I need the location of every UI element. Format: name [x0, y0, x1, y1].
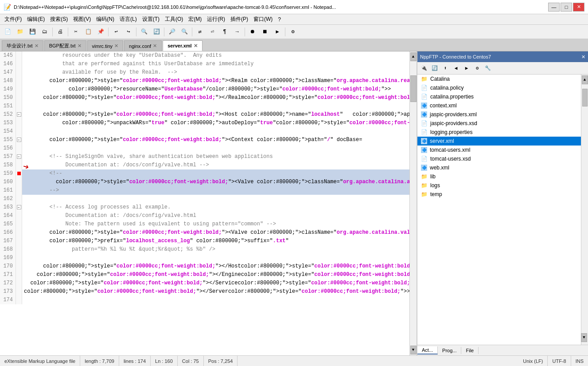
code-content[interactable]: Note: The pattern used is equivalent to …	[22, 220, 409, 228]
code-content[interactable]: color:#800000;">style="color:#0000cc;fon…	[22, 271, 409, 279]
menu-tools[interactable]: 工具(O)	[162, 15, 186, 24]
tab-close-icon[interactable]: ✕	[78, 43, 82, 49]
code-content[interactable]: color:#800000;">style="color:#0000cc;fon…	[22, 136, 409, 144]
new-button[interactable]: 📄	[2, 26, 13, 38]
maximize-button[interactable]: □	[561, 3, 572, 12]
tab-vimrc[interactable]: vimrc.tiny ✕	[87, 40, 123, 51]
ftp-file-item[interactable]: 🔷server.xml	[417, 137, 581, 146]
menu-file[interactable]: 文件(F)	[2, 15, 24, 24]
menu-edit[interactable]: 编辑(E)	[24, 15, 47, 24]
ftp-file-item[interactable]: 📄logging.properties	[417, 128, 581, 137]
ftp-file-item[interactable]: 📁logs	[417, 181, 581, 190]
code-content[interactable]	[22, 195, 409, 203]
tab-nginx[interactable]: nginx.conf ✕	[124, 40, 162, 51]
undo-button[interactable]: ↩	[110, 26, 122, 38]
ftp-tab-activity[interactable]: Act...	[417, 346, 438, 354]
copy-button[interactable]: 📋	[82, 26, 94, 38]
code-content[interactable]: color:#800000;">style="color:#0000cc;fon…	[22, 178, 409, 186]
tab-close-icon[interactable]: ✕	[35, 43, 39, 49]
code-content[interactable]: color:#800000;">prefix="localhost_access…	[22, 237, 409, 245]
code-content[interactable]: -->	[22, 186, 409, 195]
play-macro-button[interactable]: ▶	[272, 26, 283, 38]
vertical-scrollbar[interactable]: ▲ ▼	[409, 51, 417, 355]
code-content[interactable]: color:#800000;">style="color:#0000cc;fon…	[22, 94, 409, 102]
menu-plugins[interactable]: 插件(P)	[228, 15, 251, 24]
menu-run[interactable]: 运行(R)	[204, 15, 228, 24]
ftp-refresh-btn[interactable]: 🔄	[430, 63, 440, 73]
menu-settings[interactable]: 设置(T)	[140, 15, 162, 24]
paste-button[interactable]: 📌	[95, 26, 106, 38]
save-button[interactable]: 💾	[27, 26, 38, 38]
menu-view[interactable]: 视图(V)	[70, 15, 93, 24]
ftp-connect-btn[interactable]: 🔌	[419, 63, 429, 73]
ftp-file-item[interactable]: 📁temp	[417, 190, 581, 199]
extra-btn[interactable]: ⚙	[287, 26, 299, 38]
sync-button[interactable]: ⇄	[194, 26, 206, 38]
stop-macro-button[interactable]: ⏹	[259, 26, 271, 38]
all-chars-button[interactable]: ¶	[219, 26, 230, 38]
ftp-tab-file[interactable]: File	[461, 347, 479, 354]
cut-button[interactable]: ✂	[70, 26, 82, 38]
menu-search[interactable]: 搜索(S)	[47, 15, 70, 24]
menu-language[interactable]: 语言(L)	[117, 15, 140, 24]
tab-bgp[interactable]: BGP配置.txt ✕	[44, 40, 86, 51]
close-button[interactable]: ✕	[573, 3, 584, 12]
redo-button[interactable]: ↪	[123, 26, 134, 38]
ftp-file-item[interactable]: 📄jaspic-providers.xsd	[417, 119, 581, 128]
indent-button[interactable]: →	[231, 26, 243, 38]
ftp-forward-btn[interactable]: ▶	[462, 63, 471, 73]
code-content[interactable]	[22, 102, 409, 110]
code-content[interactable]: Documentation at: /docs/config/valve.htm…	[22, 161, 409, 169]
menu-macro[interactable]: 宏(M)	[186, 15, 204, 24]
ftp-file-item[interactable]: 📁Catalina	[417, 75, 581, 83]
code-content[interactable]: color:#800000;">style="color:#0000cc;fon…	[22, 287, 409, 296]
code-content[interactable]: Documentation at: /docs/config/valve.htm…	[22, 212, 409, 220]
ftp-file-item[interactable]: 📄catalina.policy	[417, 83, 581, 92]
code-content[interactable]: pattern="%h %l %u %t &quot;%r&quot; %s %…	[22, 245, 409, 254]
code-content[interactable]: color:#800000;">style="color:#0000cc;fon…	[22, 110, 409, 119]
open-button[interactable]: 📁	[14, 26, 26, 38]
code-content[interactable]: color:#800000;">resourceName="UserDataba…	[22, 85, 409, 94]
code-content[interactable]: that are performed against this UserData…	[22, 60, 409, 68]
ftp-settings-btn[interactable]: ⚙	[472, 63, 482, 73]
ftp-file-item[interactable]: 🔷tomcat-users.xml	[417, 146, 581, 154]
ftp-tab-progress[interactable]: Prog...	[438, 347, 461, 354]
ftp-back-btn[interactable]: ◀	[451, 63, 461, 73]
code-content[interactable]	[22, 144, 409, 153]
code-content[interactable]: color:#800000;">style="color:#0000cc;fon…	[22, 228, 409, 237]
replace-button[interactable]: 🔄	[151, 26, 162, 38]
code-content[interactable]	[22, 296, 409, 304]
ftp-gear-btn[interactable]: 🔧	[483, 63, 493, 73]
code-content[interactable]: color:#800000;">style="color:#0000cc;fon…	[22, 77, 409, 85]
tab-close-icon[interactable]: ✕	[153, 43, 157, 49]
code-content[interactable]: color:#800000;">style="color:#0000cc;fon…	[22, 262, 409, 271]
zoom-out-button[interactable]: 🔍	[179, 26, 190, 38]
ftp-file-item[interactable]: 🔷web.xml	[417, 163, 581, 172]
menu-help[interactable]: ?	[275, 16, 284, 24]
ftp-file-item[interactable]: 📄catalina.properties	[417, 92, 581, 101]
code-content[interactable]	[22, 254, 409, 262]
ftp-file-item[interactable]: 📄tomcat-users.xsd	[417, 154, 581, 163]
find-button[interactable]: 🔍	[138, 26, 150, 38]
ftp-close-icon[interactable]: ✕	[581, 54, 585, 60]
menu-window[interactable]: 窗口(W)	[251, 15, 275, 24]
tab-server-xml[interactable]: server.xml ✕	[163, 40, 202, 51]
code-content[interactable]: color:#800000;">style="color:#0000cc;fon…	[22, 279, 409, 287]
code-content[interactable]: color:#800000;">unpackWARs="true" color:…	[22, 119, 409, 127]
ftp-file-item[interactable]: 🔷jaspic-providers.xml	[417, 110, 581, 119]
ftp-up-btn[interactable]: ⬆	[440, 63, 450, 73]
code-content[interactable]: available for use by the Realm. -->	[22, 68, 409, 77]
code-content[interactable]: resources under the key "UserDatabase". …	[22, 51, 409, 60]
ftp-file-item[interactable]: 📁lib	[417, 172, 581, 181]
scrollbar-thumb[interactable]	[410, 75, 417, 102]
save-all-button[interactable]: 🗂	[39, 26, 51, 38]
code-content[interactable]	[22, 127, 409, 136]
zoom-in-button[interactable]: 🔎	[166, 26, 178, 38]
tab-biyesheji[interactable]: 毕业设计.txt ✕	[2, 40, 43, 51]
wrap-button[interactable]: ⏎	[206, 26, 218, 38]
tab-close-icon[interactable]: ✕	[194, 43, 198, 49]
ftp-file-item[interactable]: 🔷context.xml	[417, 101, 581, 110]
record-macro-button[interactable]: ⏺	[247, 26, 258, 38]
ftp-scrollbar[interactable]: ▲ ▼	[581, 75, 588, 345]
code-content[interactable]: <!-- SingleSignOn valve, share authentic…	[22, 153, 409, 161]
